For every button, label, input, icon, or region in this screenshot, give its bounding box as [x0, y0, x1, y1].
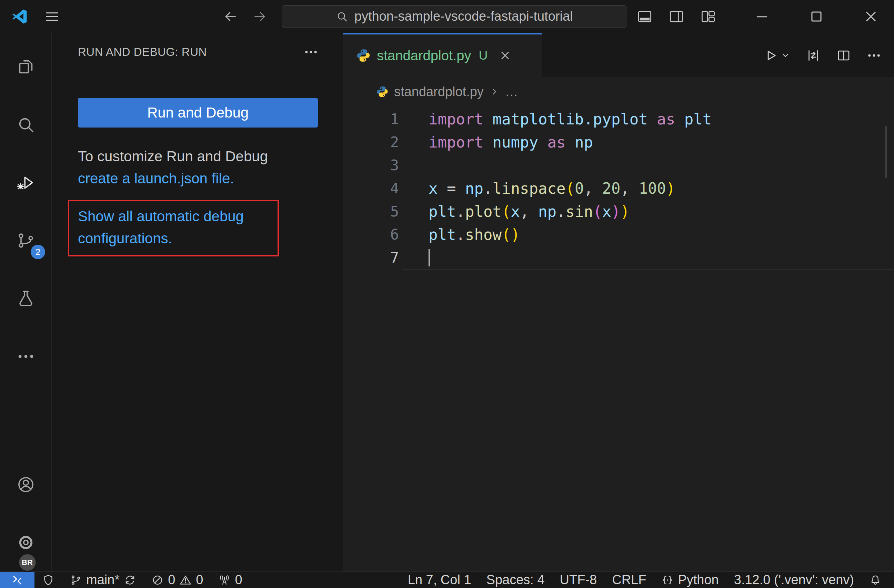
activity-item-settings[interactable]: BR — [0, 514, 51, 571]
activity-item-explorer[interactable] — [0, 38, 51, 96]
status-text: 0 — [168, 573, 175, 587]
status-language-mode[interactable]: Python — [654, 572, 726, 588]
chevron-down-icon — [780, 50, 791, 61]
remote-icon — [11, 574, 23, 586]
open-changes-icon[interactable] — [806, 48, 821, 63]
create-launch-json-link[interactable]: create a launch.json file. — [78, 170, 234, 187]
line-number[interactable]: 2 — [343, 131, 399, 154]
branch-icon — [69, 574, 82, 586]
split-editor-icon[interactable] — [836, 48, 851, 63]
sidebar-more-actions-icon[interactable] — [304, 44, 319, 60]
activity-bar-top: 2 — [0, 38, 51, 385]
python-file-icon — [376, 86, 388, 98]
editor-more-actions-icon[interactable] — [867, 48, 882, 63]
code-editor[interactable]: 1import matplotlib.pyplot as plt2import … — [343, 106, 894, 571]
run-python-file-button[interactable] — [763, 48, 791, 63]
code-line-1[interactable]: 1import matplotlib.pyplot as plt — [343, 107, 894, 131]
activity-bar: 2 BR — [0, 33, 52, 571]
code-line-2[interactable]: 2import numpy as np — [343, 131, 894, 154]
status-text: Spaces: 4 — [486, 573, 545, 587]
status-git-branch[interactable]: main* — [62, 572, 144, 588]
status-notifications[interactable] — [862, 572, 889, 588]
menu-icon[interactable] — [44, 9, 60, 24]
activity-bar-bottom: BR — [0, 456, 51, 571]
breadcrumb-file[interactable]: standardplot.py — [394, 84, 484, 99]
code-text: import matplotlib.pyplot as plt — [429, 107, 711, 131]
maximize-icon[interactable] — [808, 9, 825, 24]
editor-group: standardplot.py U standardplot.py … 1imp… — [343, 33, 894, 571]
text-cursor — [429, 249, 430, 267]
bell-icon — [869, 574, 882, 586]
status-cursor-position[interactable]: Ln 7, Col 1 — [400, 572, 479, 588]
sidebar-run-and-debug: RUN AND DEBUG: RUN Run and Debug To cust… — [52, 33, 343, 571]
activity-item-search[interactable] — [0, 96, 51, 154]
status-ports[interactable]: 0 — [211, 572, 250, 588]
annotation-red-box: Show all automatic debug configurations. — [68, 200, 279, 256]
search-icon — [336, 11, 348, 23]
chevron-right-icon — [489, 86, 500, 97]
minimize-icon[interactable] — [754, 9, 770, 24]
toggle-secondary-sidebar-icon[interactable] — [669, 9, 684, 24]
tab-standardplot-py[interactable]: standardplot.py U — [343, 33, 542, 78]
breadcrumb: standardplot.py … — [343, 78, 894, 106]
code-text: x = np.linspace(0, 20, 100) — [429, 177, 675, 200]
status-encoding[interactable]: UTF-8 — [552, 572, 605, 588]
run-and-debug-button[interactable]: Run and Debug — [78, 98, 318, 128]
breadcrumb-symbol[interactable]: … — [505, 84, 518, 99]
status-indentation[interactable]: Spaces: 4 — [479, 572, 552, 588]
code-line-3[interactable]: 3 — [343, 154, 894, 177]
code-line-4[interactable]: 4x = np.linspace(0, 20, 100) — [343, 177, 894, 200]
titlebar-left — [0, 8, 60, 25]
code-text: import numpy as np — [429, 131, 593, 154]
tab-bar: standardplot.py U — [343, 33, 894, 78]
braces-icon — [661, 574, 674, 586]
navigate-back-icon[interactable] — [222, 9, 238, 24]
status-left: main*000 — [0, 572, 250, 588]
toggle-panel-icon[interactable] — [637, 9, 653, 24]
line-number[interactable]: 7 — [343, 246, 399, 269]
activity-item-more-views[interactable] — [0, 327, 51, 385]
status-problems[interactable]: 00 — [144, 572, 211, 588]
titlebar: python-sample-vscode-fastapi-tutorial — [0, 0, 894, 33]
status-text: 0 — [235, 573, 242, 587]
line-number[interactable]: 1 — [343, 107, 399, 131]
beaker-icon — [16, 289, 36, 308]
line-number[interactable]: 4 — [343, 177, 399, 200]
files-icon — [16, 57, 36, 77]
tab-close-icon[interactable] — [499, 49, 511, 62]
close-icon[interactable] — [863, 9, 879, 24]
activity-item-accounts[interactable] — [0, 456, 51, 514]
status-workspace-trust[interactable] — [35, 572, 62, 588]
status-text: CRLF — [612, 573, 646, 587]
warning-icon — [179, 574, 192, 586]
line-number[interactable]: 3 — [343, 154, 399, 177]
activity-item-testing[interactable] — [0, 270, 51, 327]
activity-item-run-and-debug[interactable] — [0, 154, 51, 212]
sidebar-title: RUN AND DEBUG: RUN — [78, 45, 207, 59]
activity-badge: 2 — [31, 245, 45, 259]
line-number[interactable]: 6 — [343, 223, 399, 246]
show-debug-configurations-link[interactable]: Show all automatic debug configurations. — [78, 205, 271, 250]
scrollbar-thumb[interactable] — [885, 126, 887, 178]
status-python-interpreter[interactable]: 3.12.0 ('.venv': venv) — [726, 572, 862, 588]
sync-icon — [124, 574, 136, 586]
command-center-search[interactable]: python-sample-vscode-fastapi-tutorial — [282, 5, 627, 28]
status-eol[interactable]: CRLF — [604, 572, 654, 588]
activity-badge: BR — [18, 553, 37, 572]
debug-icon — [16, 173, 36, 192]
customize-hint-text: To customize Run and Debug — [78, 148, 268, 164]
code-line-7[interactable]: 7 — [343, 246, 894, 269]
status-remote[interactable] — [0, 572, 35, 588]
customize-layout-icon[interactable] — [700, 9, 716, 24]
error-icon — [151, 574, 164, 586]
search-icon — [16, 115, 36, 134]
line-number[interactable]: 5 — [343, 200, 399, 223]
code-line-6[interactable]: 6plt.show() — [343, 223, 894, 246]
window-controls — [754, 9, 879, 24]
activity-item-source-control[interactable]: 2 — [0, 212, 51, 270]
navigate-forward-icon[interactable] — [252, 9, 268, 24]
status-text: UTF-8 — [560, 573, 597, 587]
gear-icon — [16, 533, 36, 552]
customize-hint: To customize Run and Debug create a laun… — [78, 145, 317, 190]
code-line-5[interactable]: 5plt.plot(x, np.sin(x)) — [343, 200, 894, 223]
